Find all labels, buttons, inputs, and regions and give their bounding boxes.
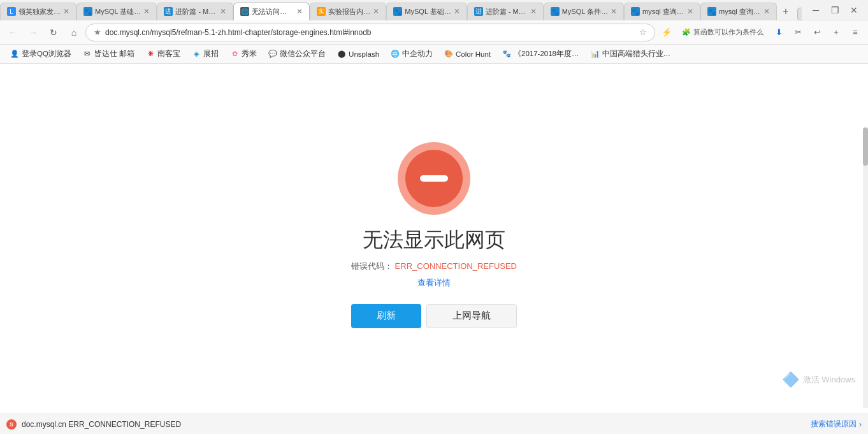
watermark: 🔷 激活 Windows [782,372,855,388]
lightning-button[interactable]: ⚡ [658,24,676,41]
tab-jinjie2[interactable]: 进 进阶篇 - M… ✕ [467,3,544,20]
status-search-link[interactable]: 搜索错误原因 › [811,419,862,430]
bookmark-unsplash[interactable]: ⬤ Unsplash [332,47,384,62]
tab-error[interactable]: 🌐 无法访问… ✕ [233,3,310,20]
tab-label-shiyan: 实验报告内… [328,7,370,17]
tab-close-jinjie1[interactable]: ✕ [220,7,226,16]
tab-label-mysql5: mysql 查询… [719,7,760,17]
refresh-icon: ↻ [50,27,57,38]
tab-close-mysql5[interactable]: ✕ [763,7,770,16]
window-controls: ─ ❐ ✕ [802,0,868,20]
tab-label-jinjie1: 进阶篇 - M… [175,7,215,17]
tab-lingying[interactable]: L 领英独家发… ✕ [0,3,76,20]
tab-close-shiyan[interactable]: ✕ [373,7,379,16]
tab-mysql3[interactable]: 🐾 MySQL 条件… ✕ [544,3,624,20]
tab-icon-mysql2: 🐾 [393,7,402,16]
tab-close-mysql2[interactable]: ✕ [454,7,460,16]
bookmark-colorhunt[interactable]: 🎨 Color Hunt [439,47,496,62]
refresh-button[interactable]: ↻ [45,24,62,41]
tab-close-error[interactable]: ✕ [296,7,303,16]
bookmark-weixin[interactable]: 💬 微信公众平台 [263,47,331,62]
tab-shiyan[interactable]: 实 实验报告内… ✕ [310,3,386,20]
bookmarks-bar: 👤 登录QQ浏览器 ✉ 皆达仕 邮箱 ❋ 南客宝 ◈ 展招 ✿ 秀米 💬 微信公… [0,45,868,64]
windows-logo-icon: 🔷 [782,372,799,388]
lightning-icon: ⚡ [662,27,672,37]
cut-button[interactable]: ✂ [789,24,807,41]
bookmark-dasha-label: 皆达仕 邮箱 [94,49,134,59]
tab-icon-mysql1: 🐾 [83,7,92,16]
home-icon: ⌂ [71,27,76,38]
bookmark-china[interactable]: 📊 中国高端猎头行业… [586,47,676,62]
bookmark-mhb-label: 南客宝 [157,49,180,59]
bookmark-mail-icon: ✉ [83,50,92,59]
tab-icon-jinjie2: 进 [474,7,483,16]
menu-icon: ≡ [853,27,858,37]
restore-button[interactable]: ❐ [826,1,844,19]
bookmark-unsplash-label: Unsplash [349,50,379,58]
tab-mysql2[interactable]: 🐾 MySQL 基础… ✕ [386,3,467,20]
bookmark-mhb[interactable]: ❋ 南客宝 [141,47,185,62]
bookmark-baidu[interactable]: 🐾 《2017-2018年度… [497,47,584,62]
tab-mysql1[interactable]: 🐾 MySQL 基础… ✕ [76,3,157,20]
tab-label-error: 无法访问… [252,7,287,17]
tab-close-jinjie2[interactable]: ✕ [530,7,537,16]
bookmark-xiuxiu[interactable]: ✿ 秀米 [225,47,262,62]
extensions-area[interactable]: 🧩 算函数可以作为条件么 [677,24,769,41]
close-button[interactable]: ✕ [845,1,863,19]
tab-label-mysql3: MySQL 条件… [562,7,608,17]
tab-label-lingying: 领英独家发… [18,7,61,17]
new-tab-button[interactable]: + [777,3,795,20]
titlebar: L 领英独家发… ✕ 🐾 MySQL 基础… ✕ 进 进阶篇 - M… ✕ 🌐 … [0,0,868,20]
minimize-button[interactable]: ─ [807,1,825,19]
status-icon-letter: S [10,421,13,428]
tab-label-mysql2: MySQL 基础… [405,7,451,17]
bookmark-qq[interactable]: 👤 登录QQ浏览器 [5,47,76,62]
tab-close-mysql1[interactable]: ✕ [143,7,150,16]
bookmark-xiuxiu-icon: ✿ [230,50,239,59]
url-text: doc.mysql.cn/mysql5/refman-5.1-zh.html-c… [105,28,635,37]
bookmark-unsplash-icon: ⬤ [337,50,346,59]
tabs-area: L 领英独家发… ✕ 🐾 MySQL 基础… ✕ 进 进阶篇 - M… ✕ 🌐 … [0,0,802,20]
add-button[interactable]: + [827,24,845,41]
tab-count-badge: 10 [797,8,802,20]
back-button[interactable]: ← [4,24,22,41]
tab-icon-mysql3: 🐾 [551,7,560,16]
tab-mysql5[interactable]: 🐾 mysql 查询… ✕ [700,3,777,20]
forward-button[interactable]: → [24,24,42,41]
home-button[interactable]: ⌂ [65,24,83,41]
bookmark-zhongan[interactable]: 🌐 中企动力 [386,47,438,62]
tab-jinjie1[interactable]: 进 进阶篇 - M… ✕ [157,3,233,20]
tab-icon-mysql4: 🐾 [631,7,640,16]
address-bar[interactable]: ★ doc.mysql.cn/mysql5/refman-5.1-zh.html… [85,24,655,41]
bookmark-china-label: 中国高端猎头行业… [602,49,671,59]
tab-close-mysql4[interactable]: ✕ [687,7,693,16]
bookmark-dasha[interactable]: ✉ 皆达仕 邮箱 [78,47,140,62]
refresh-page-button[interactable]: 刷新 [351,304,421,328]
scrollbar-track [863,127,868,408]
error-title: 无法显示此网页 [363,226,505,254]
tab-mysql4[interactable]: 🐾 mysql 查询… ✕ [624,3,700,20]
tab-icon-error: 🌐 [240,7,249,16]
bookmark-baidu-label: 《2017-2018年度… [514,49,579,59]
navigate-button[interactable]: 上网导航 [426,304,517,328]
puzzle-icon: 🧩 [682,28,691,36]
undo-icon: ↩ [814,27,821,37]
bookmark-zhanjiao[interactable]: ◈ 展招 [187,47,224,62]
tab-label-mysql4: mysql 查询… [642,7,684,17]
more-button[interactable]: ≡ [846,24,864,41]
bookmark-zhongan-icon: 🌐 [391,50,400,59]
status-search-label: 搜索错误原因 [811,419,857,430]
undo-button[interactable]: ↩ [808,24,826,41]
error-detail-link[interactable]: 查看详情 [417,277,451,289]
download-button[interactable]: ⬇ [770,24,788,41]
tab-close-lingying[interactable]: ✕ [63,7,69,16]
bookmark-mhb-icon: ❋ [146,50,155,59]
watermark-text: 激活 Windows [803,374,855,386]
navbar: ← → ↻ ⌂ ★ doc.mysql.cn/mysql5/refman-5.1… [0,20,868,45]
scrollbar-thumb[interactable] [863,127,868,166]
forward-icon: → [29,27,38,38]
star-icon[interactable]: ☆ [639,27,647,37]
tab-close-mysql3[interactable]: ✕ [611,7,617,16]
bookmark-china-icon: 📊 [591,50,600,59]
status-site-icon: S [6,419,17,430]
